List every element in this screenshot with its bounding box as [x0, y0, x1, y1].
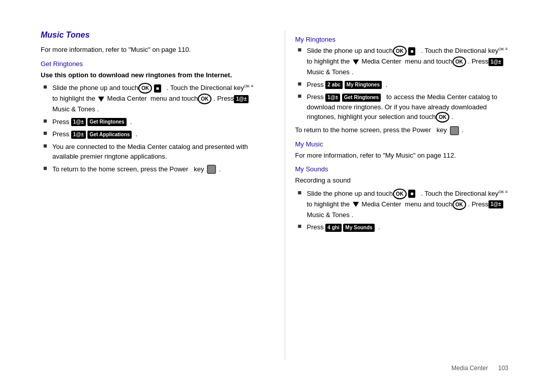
right-bullet-1: ■ Slide the phone up and touchOK ■ . Tou…	[295, 46, 509, 77]
power-icon	[207, 165, 216, 174]
bullet-char: ■	[43, 129, 52, 137]
bullet-text: To return to the home screen, press the …	[52, 164, 254, 174]
my-music-text: For more information, refer to "My Music…	[295, 150, 509, 161]
my-ringtones-btn: My Ringtones	[345, 81, 382, 89]
ok-btn2: OK	[198, 94, 211, 104]
bullet-text: Press 1@± Get Ringtones to access the Me…	[307, 92, 509, 123]
key-1: 1@±	[234, 95, 249, 103]
footer-page: 103	[498, 365, 508, 372]
left-bullet-3: ■ Press 1@± Get Applications .	[41, 129, 254, 139]
bullet-char: ■	[298, 80, 307, 87]
menu-btn2: ■	[408, 47, 415, 55]
ok-btn3: OK	[393, 46, 407, 56]
ok-btn7: OK	[452, 199, 466, 210]
key-1r: 1@±	[489, 58, 503, 66]
key-1s: 1@±	[489, 200, 503, 208]
get-ringtones-description: Use this option to download new ringtone…	[41, 70, 254, 80]
sounds-bullet-1: ■ Slide the phone up and touchOK ■ . Tou…	[295, 189, 509, 220]
bullet-char: ■	[43, 83, 52, 91]
bullet-char: ■	[43, 117, 52, 125]
left-column: Music Tones For more information, refer …	[41, 31, 264, 359]
ok-btn4: OK	[452, 56, 466, 67]
bullet-char: ■	[298, 92, 307, 100]
bullet-char: ■	[298, 46, 307, 53]
my-ringtones-heading: My Ringtones	[295, 36, 509, 43]
bullet-text: Press 4 ghi My Sounds .	[307, 222, 509, 232]
page: Music Tones For more information, refer …	[0, 0, 549, 392]
menu-btn3: ■	[408, 190, 415, 198]
left-bullet-1: ■ Slide the phone up and touchOK ■ . Tou…	[41, 83, 254, 114]
bullet-char: ■	[43, 164, 52, 172]
key-2abc: 2 abc	[325, 81, 343, 89]
recording-subheading: Recording a sound	[295, 175, 509, 186]
bullet-char: ■	[298, 189, 307, 196]
key-4ghi: 4 ghi	[325, 224, 341, 232]
bullet-char: ■	[43, 142, 52, 149]
sounds-bullet-2: ■ Press 4 ghi My Sounds .	[295, 222, 509, 232]
bullet-char: ■	[298, 222, 307, 230]
bullet-text: Press 2 abc My Ringtones .	[307, 80, 509, 90]
my-sounds-btn: My Sounds	[343, 224, 374, 232]
key-1b: 1@±	[71, 118, 86, 126]
ok-btn6: OK	[393, 189, 407, 199]
left-bullet-2: ■ Press 1@± Get Ringtones .	[41, 117, 254, 127]
arrow-down-icon	[98, 97, 104, 102]
my-sounds-heading: My Sounds	[295, 165, 509, 173]
bullet-text: Press 1@± Get Ringtones .	[52, 117, 254, 127]
return-text-right: To return to the home screen, press the …	[295, 125, 509, 135]
right-column: My Ringtones ■ Slide the phone up and to…	[285, 31, 509, 359]
my-music-heading: My Music	[295, 140, 509, 148]
bullet-text: Press 1@± Get Applications .	[52, 129, 254, 139]
section-title: Music Tones	[41, 31, 254, 40]
bullet-text: Slide the phone up and touchOK ■ . Touch…	[52, 83, 254, 114]
get-apps-btn: Get Applications	[87, 131, 132, 139]
bullet-text: Slide the phone up and touchOK ■ . Touch…	[307, 46, 509, 77]
music-label: Music Tones	[41, 31, 89, 39]
menu-btn: ■	[154, 84, 161, 93]
power-icon2	[450, 126, 459, 135]
get-ringtones-btn: Get Ringtones	[87, 118, 126, 126]
footer: Media Center 103	[41, 359, 508, 372]
key-1r2: 1@±	[325, 94, 340, 102]
bullet-text: Slide the phone up and touchOK ■ . Touch…	[307, 189, 509, 220]
arrow-down-icon2	[353, 59, 359, 65]
ok-btn5: OK	[436, 112, 449, 123]
get-ringtones-heading: Get Ringtones	[41, 60, 254, 68]
left-bullet-4: ■ You are connected to the Media Center …	[41, 142, 254, 162]
content-columns: Music Tones For more information, refer …	[41, 31, 508, 359]
key-1c: 1@±	[71, 131, 86, 139]
bullet-text: You are connected to the Media Center ca…	[52, 142, 254, 162]
intro-text: For more information, refer to "Music" o…	[41, 45, 254, 55]
right-bullet-3: ■ Press 1@± Get Ringtones to access the …	[295, 92, 509, 123]
footer-section: Media Center	[451, 365, 488, 372]
get-ringtones-btn2: Get Ringtones	[342, 94, 381, 102]
ok-btn: OK	[138, 83, 152, 94]
arrow-down-icon3	[353, 202, 359, 207]
left-bullet-5: ■ To return to the home screen, press th…	[41, 164, 254, 174]
right-bullet-2: ■ Press 2 abc My Ringtones .	[295, 80, 509, 90]
